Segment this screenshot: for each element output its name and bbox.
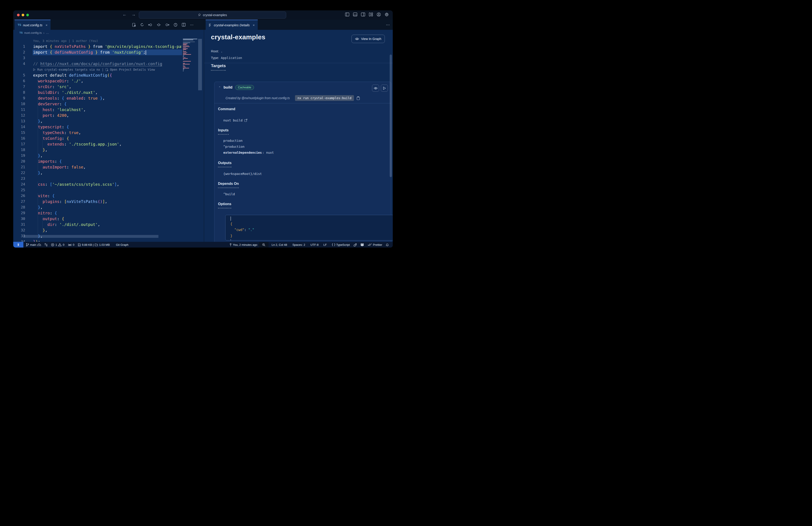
ports-item[interactable]: 0 <box>66 242 76 247</box>
editor-horizontal-scrollbar[interactable] <box>24 235 158 238</box>
account-icon[interactable] <box>377 12 381 17</box>
git-compare-item[interactable] <box>43 242 49 247</box>
code-line: 10 devServer: { <box>13 101 182 107</box>
notifications-item[interactable] <box>384 242 391 247</box>
external-link-icon[interactable] <box>244 119 247 122</box>
panel-tab-close-icon[interactable]: × <box>253 23 255 27</box>
code-line: 23 <box>13 176 182 182</box>
nx-run-command-chip[interactable]: nx run crystal-examples:build <box>295 95 354 101</box>
truncated-line-bar <box>230 216 231 221</box>
search-value: crystal-examples <box>203 13 227 17</box>
codelens-run-targets[interactable]: Run crystal-examples targets via nx <box>37 67 100 72</box>
options-json-line: } <box>226 233 393 239</box>
nav-position-circle-icon[interactable] <box>157 23 161 27</box>
run-target-button[interactable] <box>381 85 388 91</box>
timeline-history-icon[interactable] <box>174 23 177 27</box>
search-icon <box>198 13 201 17</box>
remote-indicator[interactable] <box>13 242 24 247</box>
target-name[interactable]: build <box>223 85 233 90</box>
breadcrumb-more[interactable]: … <box>46 31 49 34</box>
codelens-open-details[interactable]: Open Project Details View <box>110 67 155 72</box>
close-window-button[interactable] <box>17 14 20 16</box>
broadcast-icon <box>68 243 72 246</box>
robot-face-icon <box>360 243 364 246</box>
command-value: nuxt build <box>223 118 247 122</box>
git-compare-icon <box>45 243 47 246</box>
maximize-window-button[interactable] <box>26 14 29 16</box>
code-line: 29 nitro: { <box>13 210 182 216</box>
customize-layout-icon[interactable] <box>369 13 373 16</box>
file-size-item[interactable]: 9.88 KB | 1.03 MB <box>76 242 112 247</box>
open-changes-icon[interactable] <box>132 23 136 27</box>
git-branch-item[interactable]: main <box>24 242 43 247</box>
blame-pointer-icon <box>230 243 232 246</box>
code-line: 13 }, <box>13 118 182 124</box>
codelens-row[interactable]: Run crystal-examples targets via nx|Open… <box>13 67 182 72</box>
project-details-panel: crystal-examples Details × ⋯ crystal-exa… <box>204 20 393 242</box>
input-item: externalDependencies: nuxt <box>223 151 274 154</box>
title-bar: ← → crystal-examples <box>13 10 393 20</box>
eye-icon <box>355 37 359 40</box>
panel-scrollbar[interactable] <box>390 55 392 177</box>
split-editor-icon[interactable] <box>182 23 186 27</box>
indentation-item[interactable]: Spaces: 2 <box>291 242 307 247</box>
command-center-search[interactable]: crystal-examples <box>139 12 286 18</box>
nav-forward-icon[interactable]: → <box>131 12 136 17</box>
problems-item[interactable]: 1 0 <box>49 242 66 247</box>
minimize-window-button[interactable] <box>21 14 24 16</box>
view-target-button[interactable] <box>372 85 379 91</box>
settings-gear-icon[interactable] <box>385 12 389 17</box>
options-code-box[interactable]: { "cwd": "." } <box>225 215 393 241</box>
formatter-item[interactable]: Prettier <box>366 242 384 247</box>
panel-more-actions-icon[interactable]: ⋯ <box>386 23 390 27</box>
cursor-position-item[interactable]: Ln 2, Col 48 <box>270 242 289 247</box>
tab-project-details[interactable]: crystal-examples Details × <box>206 20 258 30</box>
breadcrumb-chevron-icon: › <box>43 31 44 35</box>
code-line: 26 vite: { <box>13 193 182 199</box>
eol-item[interactable]: LF <box>322 242 329 247</box>
code-line: 6 workspaceDir: './', <box>13 78 182 84</box>
nav-back-circle-icon[interactable] <box>148 23 153 27</box>
blame-annotation: You, 3 minutes ago | 1 author (You) <box>13 38 182 44</box>
view-in-graph-button[interactable]: View In Graph <box>351 35 385 43</box>
code-line: 34}); <box>13 239 182 242</box>
nav-forward-circle-icon[interactable] <box>165 23 169 27</box>
copy-clipboard-icon[interactable] <box>357 96 360 100</box>
code-editor[interactable]: You, 3 minutes ago | 1 author (You)1impo… <box>13 35 204 242</box>
zoom-in-icon <box>262 243 265 246</box>
divider <box>204 63 393 63</box>
breadcrumb-file[interactable]: nuxt.config.ts <box>24 31 42 34</box>
code-line: 32 }, <box>13 227 182 233</box>
tab-close-icon[interactable]: × <box>45 23 47 27</box>
encoding-item[interactable]: UTF-8 <box>309 242 320 247</box>
toggle-secondary-sidebar-icon[interactable] <box>361 13 365 16</box>
minimap[interactable] <box>182 35 198 242</box>
refresh-icon[interactable] <box>140 23 144 27</box>
file-icon <box>78 243 81 246</box>
copilot-item[interactable] <box>359 242 366 247</box>
breadcrumb[interactable]: TS nuxt.config.ts › … <box>13 30 204 35</box>
code-line: 12 port: 4200, <box>13 113 182 118</box>
toggle-panel-icon[interactable] <box>353 13 357 16</box>
nav-back-icon[interactable]: ← <box>122 12 127 17</box>
toggle-primary-sidebar-icon[interactable] <box>345 13 349 16</box>
squirrel-extension-item[interactable] <box>351 242 359 247</box>
git-graph-item[interactable]: Git Graph <box>114 242 130 247</box>
code-line: 20 imports: { <box>13 158 182 164</box>
code-line: 25 <box>13 187 182 193</box>
more-actions-icon[interactable]: ⋯ <box>190 23 194 27</box>
language-mode-item[interactable]: { } TypeScript <box>330 242 351 247</box>
depends-item: ^build <box>223 192 235 196</box>
code-line: 22 }, <box>13 170 182 176</box>
tab-label: nuxt.config.ts <box>23 23 42 27</box>
git-blame-item[interactable]: You, 2 minutes ago <box>228 242 259 247</box>
zoom-indicator[interactable] <box>259 242 269 247</box>
code-line: 7 srcDir: 'src', <box>13 84 182 90</box>
code-line: 3 <box>13 55 182 61</box>
tab-nuxt-config[interactable]: TS nuxt.config.ts × <box>15 20 50 30</box>
editor-vertical-scrollbar[interactable] <box>198 39 202 90</box>
collapse-chevron-icon[interactable]: ⌃ <box>218 86 221 89</box>
code-line: 21 autoImport: false, <box>13 164 182 170</box>
cacheable-badge: Cacheable <box>235 85 254 90</box>
type-row: Type: Application <box>211 56 242 60</box>
